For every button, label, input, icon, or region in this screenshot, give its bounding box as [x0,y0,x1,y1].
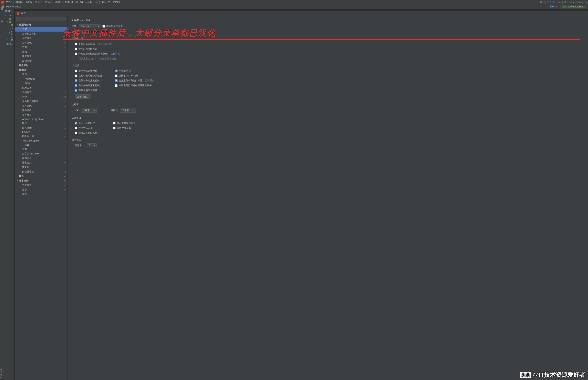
folder-icon [11,24,13,26]
settings-tree-item[interactable]: 文件编码▭ [15,104,67,108]
tree-item[interactable]: › [4,17,14,20]
settings-tree-item[interactable]: ›Emmet [15,130,67,134]
editor-aa-select[interactable]: 子像素 [120,108,136,113]
font-size-select[interactable]: 24 [87,143,97,147]
project-tool-header[interactable]: 项目 [4,9,14,13]
menu-view[interactable]: 视图(V) [25,0,33,4]
settings-tree-item[interactable]: 文件类型 [15,113,67,117]
left-tool-strip: 提交 拉取请求 结构 [0,9,4,380]
settings-tree-item[interactable]: 通知 [15,50,67,54]
settings-tree-item[interactable]: 范围▭ [15,45,67,50]
ui-option-checkbox[interactable]: 在树中使用较小的缩进 [75,74,103,77]
theme-select[interactable]: Darcula [79,24,101,28]
tree-item[interactable]: ▾ [4,20,14,23]
ide-aa-select[interactable]: 子像素 [81,108,97,113]
breadcrumb[interactable]: IDEA_Projects [5,5,21,8]
tree-item[interactable]: ›⬤临... [4,42,14,46]
settings-tree-item[interactable]: ›配色方案 [15,86,67,90]
settings-tree-item[interactable]: ▾编辑器 [15,68,67,72]
settings-tree-item[interactable]: 文件和代码模板▭ [15,99,67,104]
menu-navigate[interactable]: 导航(N) [35,0,43,4]
tree-item[interactable]: ▾IDE.. [4,14,14,17]
settings-tree-item[interactable]: GUI 设计器▭ [15,134,67,139]
settings-tree-item[interactable]: 检查▭ ⚙ [15,95,67,99]
settings-tree-item[interactable]: 键盘映射 [15,63,67,68]
tool-window-option-checkbox[interactable]: 左侧并排布局 [75,126,101,130]
breadcrumb: 外观与行为›外观 [72,19,584,22]
menu-window[interactable]: 窗口(W) [102,0,110,4]
project-tree[interactable]: ▾IDE.. › ▾ › ⬛r mm r ›❙❙外部 ›⬤临... [4,9,14,380]
menu-git[interactable]: Git(G) [94,1,100,3]
menu-build[interactable]: 构建(B) [65,0,73,4]
screen-reader-checkbox[interactable]: 支持屏幕阅读器需要重新启动 [75,42,584,46]
ui-option-checkbox[interactable]: 在菜单项显示图标 [75,89,103,92]
settings-tree-item[interactable]: 菜单和工具栏 [15,32,67,36]
menu-run[interactable]: 运行(U) [75,0,83,4]
chevron-icon: ▾ [17,24,19,26]
help-icon[interactable]: ? [99,132,101,134]
settings-tree-item[interactable]: Android Design Tools [15,117,67,121]
menu-code[interactable]: 代码(C) [45,0,53,4]
settings-tree-item[interactable]: 文字的 Live Edit [15,152,67,156]
settings-tree-item[interactable]: 文件颜色▭ [15,40,67,45]
settings-tree-item[interactable]: 实时模板 [15,108,67,113]
settings-tree-item[interactable]: ▾版本控制▭ [15,179,67,183]
settings-tree-item[interactable]: 提交▭ [15,188,67,192]
settings-tree-item[interactable]: ▾外观与行为 [15,22,67,27]
tool-window-option-checkbox[interactable]: 显示工具窗口编号 [113,121,136,125]
settings-tree-item[interactable]: ›代码样式▭ [15,90,67,95]
settings-tree-item[interactable]: ›嵌入提示▭ [15,126,67,130]
contrast-scrollbar-checkbox[interactable]: 使用对比度滚动条 [75,47,584,51]
tree-item[interactable]: ›❙❙外部 [4,36,14,42]
color-deficiency-checkbox[interactable]: 针对红-绿色觉缺陷调整颜色运作方式 [75,52,584,56]
scope-badge-icon: ▭ [64,189,66,191]
menu-file[interactable]: 文件(F) [6,0,14,4]
settings-tree-item[interactable]: 插件⟳ ▭ [15,174,67,179]
get-more-themes-link[interactable]: 获取更多主题 [72,30,86,34]
build-icon[interactable]: ⚒ [555,5,558,8]
help-icon[interactable]: ? [129,70,132,72]
ui-option-checkbox[interactable]: 平滑滚动? [115,69,154,73]
settings-tree-item[interactable]: 搁置 [15,192,67,197]
settings-tree-item[interactable]: 路径变量 [15,58,67,63]
tool-window-option-checkbox[interactable]: 右侧并排布局 [113,126,136,130]
ui-option-checkbox[interactable]: 在控件中启用助记键 [75,84,103,87]
user-icon[interactable]: 👤▾ [549,5,554,8]
settings-tree[interactable]: ▾外观与行为外观菜单和工具栏›系统设置文件颜色▭范围▭通知快速列表路径变量键盘映… [15,16,68,380]
settings-tree-item[interactable]: ›系统设置 [15,36,67,40]
settings-search-input[interactable] [16,17,66,21]
menu-help[interactable]: 帮助(H) [112,0,121,4]
settings-tree-item[interactable]: 快速列表 [15,54,67,58]
sync-os-checkbox[interactable]: 与操作系统同步 [102,25,123,28]
settings-tree-item[interactable]: 代码编辑 [15,77,67,81]
tree-item[interactable]: ⬛r [4,27,14,30]
settings-tree-item[interactable]: ›语言注入▭ [15,160,67,165]
menu-refactor[interactable]: 重构(R) [55,0,63,4]
ui-option-checkbox[interactable]: 始终在窗口标题中显示完整路径 [115,84,154,87]
settings-tree-item[interactable]: 外观 [15,27,67,32]
settings-tree-item[interactable]: 字体 [15,81,67,86]
tool-window-option-checkbox[interactable]: 显示工具窗口栏 [75,121,101,125]
settings-tree-item[interactable]: 变更列表▭ [15,183,67,188]
tree-item[interactable]: mm r [4,30,14,36]
how-it-works-link[interactable]: 运作方式 [111,52,120,56]
run-config-selector[interactable]: PacejsDemoApplica... [560,5,587,8]
background-image-button[interactable]: 背景图像... [75,95,90,99]
ui-option-checkbox[interactable]: 显示树缩进参考线 [75,69,103,73]
bookmarks-tab[interactable]: Bookmarks [0,368,2,379]
settings-tree-item[interactable]: 重复项 [15,165,67,170]
ui-option-checkbox[interactable]: 在菜单中启用助记键(M) [75,79,103,82]
settings-tree-item[interactable]: ›常规 [15,72,67,77]
ui-option-checkbox[interactable]: 仅按下 ALT 时拖放 [115,74,154,77]
menu-edit[interactable]: 编辑(E) [16,0,23,4]
tool-window-option-checkbox[interactable]: 宽屏工具窗口布局? [75,131,101,135]
settings-tree-item[interactable]: 阅读器模式▭ [15,170,67,174]
settings-tree-item[interactable]: ›自然语言 [15,156,67,160]
settings-tree-item[interactable]: TODO [15,143,67,147]
menu-tools[interactable]: 工具(I) [85,0,92,4]
settings-tree-item[interactable]: 意图 [15,147,67,152]
settings-tree-item[interactable]: TextMate 捆绑包 [15,139,67,143]
settings-tree-item[interactable]: ›版权▭ [15,121,67,126]
tree-item[interactable]: › [4,23,14,27]
ui-option-checkbox[interactable]: 合并主菜单和窗口标题需要重启 [115,79,154,82]
